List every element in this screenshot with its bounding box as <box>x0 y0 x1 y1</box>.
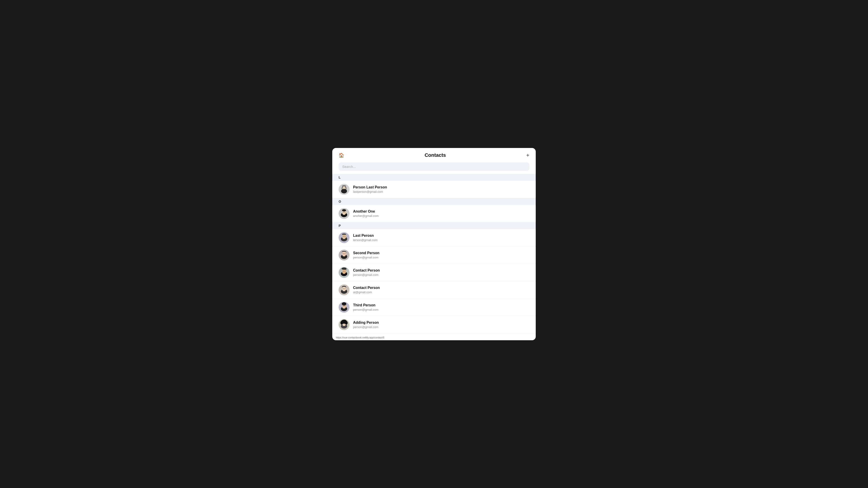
svg-point-27 <box>345 271 345 271</box>
section-header-o: O <box>332 198 536 205</box>
section-header-l: L <box>332 174 536 181</box>
contact-item[interactable]: Last Perosn lerson@gmail.com <box>332 229 536 247</box>
svg-point-15 <box>343 236 344 236</box>
svg-point-48 <box>342 320 346 322</box>
avatar <box>339 250 349 260</box>
section-header-p: P <box>332 222 536 229</box>
avatar <box>339 208 349 219</box>
contact-item[interactable]: Adding Person person@gmail.com <box>332 316 536 333</box>
contact-email: person@gmail.com <box>353 273 380 276</box>
status-bar: https://vue-contactbook.netlify.app/cont… <box>332 335 388 340</box>
contact-item[interactable]: Contact Person at@gmail.com <box>332 281 536 299</box>
contact-info: Second Person person@gmail.com <box>353 251 379 259</box>
svg-point-28 <box>342 267 346 270</box>
contact-item[interactable]: Person Last Person lastperson@gmail.com <box>332 181 536 198</box>
avatar <box>339 285 349 295</box>
contact-info: Third Person person@gmail.com <box>353 303 378 311</box>
svg-point-4 <box>343 188 344 188</box>
svg-point-21 <box>343 253 344 254</box>
avatar <box>339 184 349 195</box>
contact-email: lastperson@gmail.com <box>353 190 387 193</box>
svg-point-32 <box>343 288 344 289</box>
svg-point-16 <box>345 236 345 236</box>
app-container: 🏠 Contacts + L Person Last Person lastpe… <box>332 148 536 340</box>
contact-info: Another One anoher@gmail.com <box>353 209 379 218</box>
contact-item[interactable]: Third Person person@gmail.com <box>332 299 536 316</box>
search-container <box>332 162 536 174</box>
contact-name: Person Last Person <box>353 185 387 189</box>
avatar <box>339 267 349 278</box>
avatar <box>339 232 349 243</box>
contact-name: Last Perosn <box>353 234 377 238</box>
svg-point-22 <box>345 253 345 254</box>
svg-point-20 <box>342 252 346 256</box>
svg-point-10 <box>345 212 345 213</box>
svg-point-11 <box>342 209 346 212</box>
contact-item[interactable]: Second Person person@gmail.com <box>332 247 536 264</box>
svg-point-5 <box>345 188 345 188</box>
contact-info: Contact Person person@gmail.com <box>353 268 380 276</box>
contact-name: Third Person <box>353 303 378 307</box>
svg-point-37 <box>343 305 344 306</box>
contact-email: person@gmail.com <box>353 325 379 329</box>
avatar <box>339 302 349 313</box>
contact-email: at@gmail.com <box>353 291 380 294</box>
avatar <box>339 319 349 330</box>
search-input[interactable] <box>339 162 529 171</box>
svg-rect-17 <box>342 234 346 235</box>
add-contact-button[interactable]: + <box>526 152 529 158</box>
home-button[interactable]: 🏠 <box>339 153 344 158</box>
svg-point-38 <box>345 305 345 306</box>
contact-name: Contact Person <box>353 286 380 290</box>
svg-point-9 <box>343 212 344 213</box>
svg-point-26 <box>343 271 344 271</box>
contact-info: Last Perosn lerson@gmail.com <box>353 234 377 242</box>
contact-email: person@gmail.com <box>353 256 379 259</box>
header: 🏠 Contacts + <box>332 148 536 162</box>
contact-name: Contact Person <box>353 268 380 272</box>
contact-name: Second Person <box>353 251 379 255</box>
contact-item[interactable]: Another One anoher@gmail.com <box>332 205 536 222</box>
contact-info: Adding Person person@gmail.com <box>353 321 379 329</box>
contact-item[interactable]: Contact Person person@gmail.com <box>332 264 536 281</box>
contact-info: Person Last Person lastperson@gmail.com <box>353 185 387 193</box>
contact-name: Another One <box>353 209 379 214</box>
contact-email: lerson@gmail.com <box>353 238 377 242</box>
contact-email: anoher@gmail.com <box>353 214 379 218</box>
svg-point-33 <box>345 288 345 289</box>
contact-name: Adding Person <box>353 321 379 325</box>
svg-point-3 <box>341 189 347 193</box>
page-title: Contacts <box>344 152 526 158</box>
contact-email: person@gmail.com <box>353 308 378 311</box>
contact-info: Contact Person at@gmail.com <box>353 286 380 294</box>
